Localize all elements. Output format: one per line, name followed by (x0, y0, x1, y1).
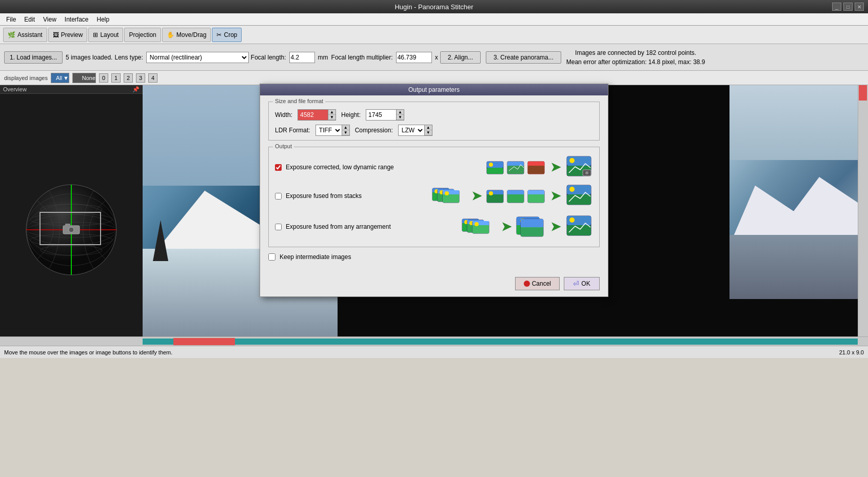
none-images-button[interactable]: None (72, 73, 96, 83)
window-controls[interactable]: _ □ ✕ (832, 3, 864, 11)
svg-point-70 (475, 222, 479, 226)
exposure-corrected-label: Exposure corrected, low dynamic range (286, 164, 394, 171)
dialog-body: Size and file format Width: ▲ ▼ Height: (260, 95, 608, 273)
stacked-icons-3 (461, 215, 497, 239)
width-up[interactable]: ▲ (328, 110, 336, 115)
h-scroll-thumb[interactable] (173, 338, 235, 345)
overview-label: Overview 📌 (0, 85, 143, 94)
menu-help[interactable]: Help (93, 15, 114, 24)
align-button[interactable]: 2. Align... (440, 51, 481, 64)
assistant-button[interactable]: 🌿 Assistant (3, 28, 47, 42)
menu-view[interactable]: View (39, 15, 61, 24)
svg-rect-15 (65, 224, 70, 227)
output-section-label: Output (273, 143, 294, 149)
menu-edit[interactable]: Edit (20, 15, 39, 24)
img-num-4[interactable]: 4 (148, 73, 157, 83)
close-button[interactable]: ✕ (855, 3, 864, 11)
svg-point-30 (569, 158, 575, 163)
focal-multiplier-input[interactable] (396, 52, 432, 63)
height-up[interactable]: ▲ (397, 110, 404, 115)
focal-length-unit: mm (318, 54, 328, 61)
info-text: Images are connected by 182 control poin… (566, 48, 705, 67)
all-icon (51, 75, 55, 81)
exposure-fused-any-checkbox[interactable] (275, 224, 282, 230)
menu-bar: File Edit View Interface Help (0, 13, 868, 26)
menu-file[interactable]: File (2, 15, 20, 24)
output-icon-2 (565, 184, 593, 208)
img-num-0[interactable]: 0 (99, 73, 108, 83)
control-panel: 1. Load images... 5 images loaded. Lens … (0, 44, 868, 71)
left-panel: Overview 📌 (0, 85, 143, 336)
ground-right (729, 235, 858, 299)
width-label: Width: (275, 111, 292, 118)
exposure-fused-any-row: Exposure fused from any arrangement (275, 213, 593, 241)
create-panorama-button[interactable]: 3. Create panorama... (486, 51, 561, 64)
images-loaded-label: 5 images loaded. (66, 54, 112, 61)
svg-rect-76 (521, 219, 543, 228)
movedrag-icon: ✋ (167, 31, 174, 38)
exposure-fused-stacks-checkbox[interactable] (275, 193, 282, 200)
height-input[interactable] (366, 109, 397, 121)
maximize-button[interactable]: □ (843, 3, 853, 11)
keep-intermediate-label: Keep intermediate images (280, 253, 351, 261)
focal-length-label: Focal length: (251, 54, 286, 61)
keep-intermediate-checkbox[interactable] (268, 253, 275, 261)
arrow-icon-2b: ➤ (550, 189, 561, 203)
compression-select[interactable]: LZW (398, 125, 425, 136)
lens-type-select[interactable]: Normal (rectilinear) (146, 52, 249, 63)
pin-button[interactable]: 📌 (132, 86, 140, 93)
toolbar: 🌿 Assistant 🖼 Preview ⊞ Layout Projectio… (0, 26, 868, 44)
mid-icons-2 (486, 187, 546, 205)
width-input[interactable] (298, 109, 328, 121)
right-scrollbar[interactable] (858, 85, 868, 336)
minimize-button[interactable]: _ (832, 3, 841, 11)
load-images-button[interactable]: 1. Load images... (4, 51, 63, 64)
height-spinner-btns: ▲ ▼ (397, 109, 404, 121)
ldr-up[interactable]: ▲ (342, 125, 349, 130)
exposure-fused-stacks-row: Exposure fused from stacks (275, 184, 593, 208)
height-down[interactable]: ▼ (397, 115, 404, 120)
ok-button[interactable]: ⏎ OK (564, 277, 600, 290)
crop-button[interactable]: ✂ Crop (212, 28, 242, 42)
arrow-icon-1: ➤ (550, 160, 561, 174)
focal-length-input[interactable] (289, 52, 315, 63)
scroll-thumb[interactable] (859, 85, 867, 101)
img-num-3[interactable]: 3 (136, 73, 145, 83)
compression-up[interactable]: ▲ (425, 125, 432, 130)
keep-intermediate-row: Keep intermediate images (268, 253, 600, 261)
width-down[interactable]: ▼ (328, 115, 336, 120)
img-num-2[interactable]: 2 (124, 73, 133, 83)
mid-icon-2b (506, 187, 526, 205)
img-icon-1a (486, 158, 505, 176)
img-num-1[interactable]: 1 (111, 73, 121, 83)
menu-interface[interactable]: Interface (61, 15, 93, 24)
dropdown-icon: ▼ (63, 75, 69, 81)
compression-label: Compression: (355, 127, 393, 134)
img-icon-1c (527, 158, 546, 176)
svg-rect-69 (472, 225, 489, 233)
all-images-button[interactable]: All ▼ (51, 73, 69, 83)
preview-button[interactable]: 🖼 Preview (48, 28, 88, 42)
ldr-down[interactable]: ▼ (342, 130, 349, 135)
ldr-format-select[interactable]: TIFF (315, 125, 342, 136)
compression-down[interactable]: ▼ (425, 130, 432, 135)
mid-icon-2a (486, 187, 505, 205)
cancel-button[interactable]: Cancel (515, 277, 560, 290)
projection-button[interactable]: Projection (124, 28, 161, 42)
output-icon-1 (565, 155, 593, 179)
status-bar: Move the mouse over the images or image … (0, 346, 868, 358)
height-spinner: ▲ ▼ (366, 109, 404, 121)
svg-rect-54 (528, 194, 544, 203)
svg-point-44 (445, 191, 449, 195)
svg-rect-19 (487, 168, 503, 174)
globe-svg (25, 184, 117, 276)
focal-multiplier-label: Focal length multiplier: (331, 54, 393, 61)
exposure-fused-stacks-label: Exposure fused from stacks (286, 192, 362, 200)
exposure-corrected-row: Exposure corrected, low dynamic range (275, 155, 593, 179)
layout-button[interactable]: ⊞ Layout (88, 28, 123, 42)
load-row: 1. Load images... 5 images loaded. (4, 51, 112, 64)
movedrag-button[interactable]: ✋ Move/Drag (162, 28, 211, 42)
scrollbar-track[interactable] (143, 337, 858, 346)
exposure-corrected-checkbox[interactable] (275, 164, 282, 171)
assistant-icon: 🌿 (8, 31, 15, 38)
